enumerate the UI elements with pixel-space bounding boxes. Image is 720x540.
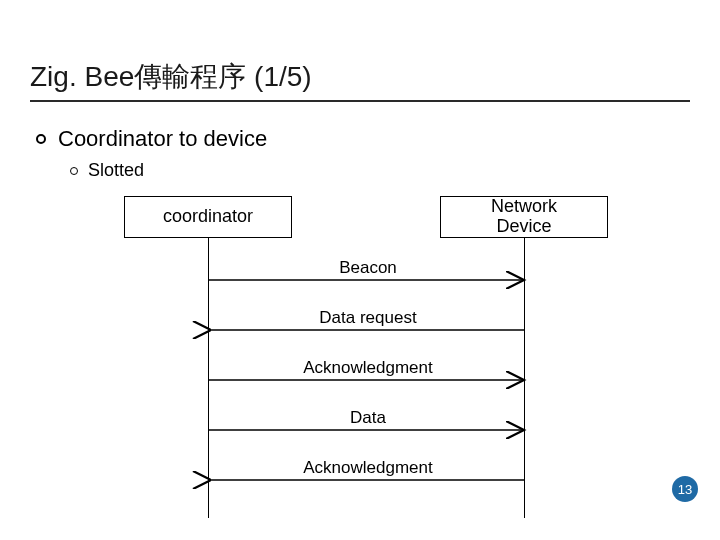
slide: Zig. Bee傳輸程序 (1/5) Coordinator to device…	[0, 0, 720, 540]
bullet-level-2: Slotted	[70, 160, 144, 181]
slide-title: Zig. Bee傳輸程序 (1/5)	[30, 58, 312, 96]
msg-label-4: Acknowledgment	[208, 458, 528, 478]
sequence-diagram: coordinator Network Device Beacon Da	[0, 190, 720, 530]
bullet-2-text: Slotted	[88, 160, 144, 181]
page-number-badge: 13	[672, 476, 698, 502]
bullet-1-text: Coordinator to device	[58, 126, 267, 152]
msg-label-1: Data request	[208, 308, 528, 328]
msg-label-3: Data	[208, 408, 528, 428]
msg-label-0: Beacon	[208, 258, 528, 278]
title-underline	[30, 100, 690, 102]
bullet-hollow-icon	[70, 167, 78, 175]
bullet-level-1: Coordinator to device	[36, 126, 267, 152]
msg-label-2: Acknowledgment	[208, 358, 528, 378]
bullet-hollow-icon	[36, 134, 46, 144]
